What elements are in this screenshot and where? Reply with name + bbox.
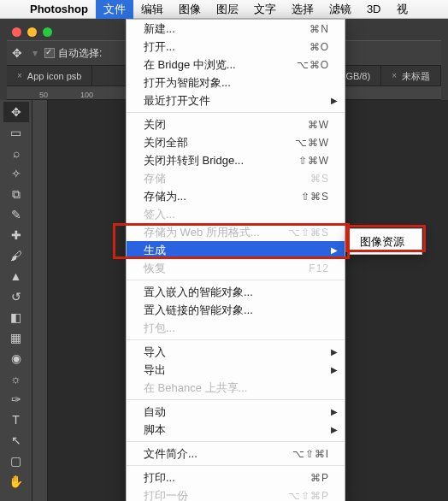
history-brush-icon[interactable]: ↺ <box>3 286 29 307</box>
menu-item: 打印一份⌥⇧⌘P <box>127 486 345 501</box>
mac-menubar: Photoshop 文件 编辑 图像 图层 文字 选择 滤镜 3D 视 <box>0 0 448 19</box>
gradient-tool-icon[interactable]: ▦ <box>3 327 29 348</box>
menu-item-label: 生成 <box>144 243 329 258</box>
menu-item[interactable]: 打印...⌘P <box>127 469 345 486</box>
menu-shortcut: ⌥⌘O <box>297 59 329 71</box>
menu-3d[interactable]: 3D <box>359 0 389 19</box>
menu-item-label: 打开为智能对象... <box>144 75 329 91</box>
menu-item[interactable]: 打开为智能对象... <box>127 74 345 91</box>
menu-file[interactable]: 文件 <box>96 0 133 19</box>
menu-item[interactable]: 置入链接的智能对象... <box>127 301 345 319</box>
close-tab-icon[interactable]: × <box>392 66 397 86</box>
menu-item-label: 文件简介... <box>144 446 292 462</box>
blur-tool-icon[interactable]: ◉ <box>3 348 29 368</box>
minimize-window-icon[interactable] <box>27 27 37 37</box>
menu-item-label: 关闭全部 <box>144 135 295 150</box>
submenu-image-assets[interactable]: 图像资源 <box>348 233 421 250</box>
menu-item-label: 打包... <box>144 321 329 336</box>
wand-tool-icon[interactable]: ✧ <box>3 163 29 184</box>
menu-item-label: 导出 <box>144 362 329 378</box>
dodge-tool-icon[interactable]: ☼ <box>3 368 29 389</box>
pen-tool-icon[interactable]: ✑ <box>3 389 29 410</box>
menu-shortcut: ⌥⌘W <box>295 137 329 149</box>
menu-view[interactable]: 视 <box>389 0 416 19</box>
heal-tool-icon[interactable]: ✚ <box>3 225 29 245</box>
vertical-ruler <box>32 100 48 501</box>
menu-item-label: 导入 <box>144 345 329 360</box>
menu-item: 打包... <box>127 319 345 337</box>
menu-item[interactable]: 自动▶ <box>127 403 345 421</box>
menu-filter[interactable]: 滤镜 <box>321 0 359 19</box>
submenu-arrow-icon: ▶ <box>331 96 338 105</box>
menu-item[interactable]: 置入嵌入的智能对象... <box>127 283 345 301</box>
menu-layer[interactable]: 图层 <box>209 0 246 19</box>
type-tool-icon[interactable]: T <box>3 410 29 430</box>
submenu-arrow-icon: ▶ <box>331 347 338 357</box>
menu-item-label: 置入链接的智能对象... <box>144 303 329 318</box>
menu-image[interactable]: 图像 <box>171 0 209 19</box>
eraser-tool-icon[interactable]: ◧ <box>3 307 29 327</box>
menu-item[interactable]: 打开...⌘O <box>127 38 345 56</box>
submenu-label: 图像资源 <box>360 234 410 250</box>
menu-item-label: 打印一份 <box>144 488 288 502</box>
menu-item-label: 存储 <box>144 171 310 186</box>
menu-item-label: 关闭 <box>144 117 308 133</box>
menu-item[interactable]: 生成▶ <box>127 241 345 259</box>
menu-item[interactable]: 脚本▶ <box>127 421 345 439</box>
auto-select-label: 自动选择: <box>58 47 102 59</box>
toolbox: ✥ ▭ ⌕ ✧ ⧉ ✎ ✚ 🖌 ▲ ↺ ◧ ▦ ◉ ☼ ✑ T ↖ ▢ ✋ <box>0 100 32 501</box>
document-tab[interactable]: ×App icon psb <box>7 66 92 86</box>
app-menu[interactable]: Photoshop <box>22 0 96 19</box>
submenu-arrow-icon: ▶ <box>331 365 338 374</box>
menu-text[interactable]: 文字 <box>246 0 284 19</box>
menu-item: 存储为 Web 所用格式...⌥⇧⌘S <box>127 223 345 241</box>
auto-select-checkbox[interactable]: 自动选择: <box>44 46 102 61</box>
brush-tool-icon[interactable]: 🖌 <box>3 245 29 266</box>
menu-item-label: 恢复 <box>144 261 309 276</box>
menu-item: 恢复F12 <box>127 259 345 277</box>
shape-tool-icon[interactable]: ▢ <box>3 451 29 471</box>
menu-shortcut: ⌘S <box>310 173 329 185</box>
eyedropper-tool-icon[interactable]: ✎ <box>3 204 29 225</box>
menu-item-label: 存储为... <box>144 189 301 204</box>
menu-item-label: 打开... <box>144 39 309 55</box>
menu-item-label: 关闭并转到 Bridge... <box>144 153 298 168</box>
hand-tool-icon[interactable]: ✋ <box>3 471 29 492</box>
move-tool-icon[interactable]: ✥ <box>3 102 29 122</box>
menu-item-label: 打印... <box>144 470 310 486</box>
menu-shortcut: ⌘O <box>309 41 329 53</box>
path-select-icon[interactable]: ↖ <box>3 430 29 451</box>
menu-select[interactable]: 选择 <box>284 0 321 19</box>
stamp-tool-icon[interactable]: ▲ <box>3 266 29 286</box>
close-tab-icon[interactable]: × <box>17 66 22 86</box>
zoom-window-icon[interactable] <box>43 27 52 37</box>
menu-shortcut: ⌥⇧⌘S <box>288 227 329 239</box>
menu-edit[interactable]: 编辑 <box>133 0 171 19</box>
menu-item[interactable]: 导入▶ <box>127 343 345 361</box>
close-window-icon[interactable] <box>12 27 21 37</box>
menu-item[interactable]: 新建...⌘N <box>127 20 345 38</box>
menu-item[interactable]: 文件简介...⌥⇧⌘I <box>127 445 345 463</box>
submenu-arrow-icon: ▶ <box>331 407 338 416</box>
submenu-arrow-icon: ▶ <box>331 245 338 255</box>
menu-item-label: 在 Behance 上共享... <box>144 380 329 396</box>
menu-item-label: 新建... <box>144 21 309 37</box>
menu-item-label: 最近打开文件 <box>144 93 329 109</box>
menu-shortcut: ⌥⇧⌘P <box>288 490 329 502</box>
menu-shortcut: ⌘N <box>309 23 329 35</box>
menu-item[interactable]: 在 Bridge 中浏览...⌥⌘O <box>127 56 345 74</box>
menu-item[interactable]: 关闭全部⌥⌘W <box>127 133 345 151</box>
move-tool-icon[interactable] <box>12 46 26 60</box>
menu-item[interactable]: 存储为...⇧⌘S <box>127 187 345 205</box>
document-tab[interactable]: ×未标题 <box>381 66 441 86</box>
menu-shortcut: ⌘W <box>308 119 329 131</box>
menu-item[interactable]: 关闭⌘W <box>127 115 345 133</box>
lasso-tool-icon[interactable]: ⌕ <box>3 143 29 163</box>
submenu-arrow-icon: ▶ <box>331 425 338 434</box>
marquee-tool-icon[interactable]: ▭ <box>3 122 29 143</box>
menu-item[interactable]: 最近打开文件▶ <box>127 91 345 109</box>
menu-item[interactable]: 导出▶ <box>127 361 345 379</box>
menu-item[interactable]: 关闭并转到 Bridge...⇧⌘W <box>127 151 345 169</box>
menu-item: 存储⌘S <box>127 169 345 187</box>
crop-tool-icon[interactable]: ⧉ <box>3 184 29 204</box>
